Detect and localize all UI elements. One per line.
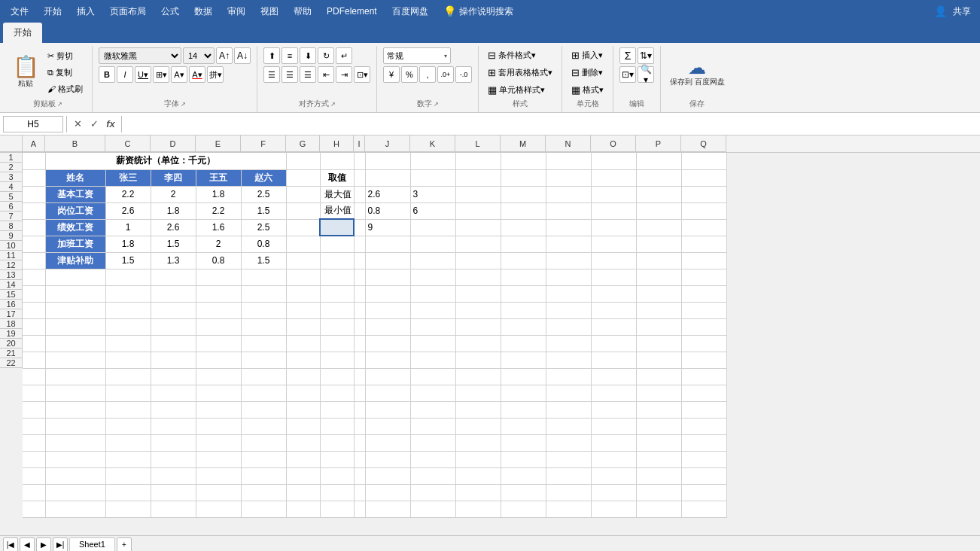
cell-o4[interactable] (591, 202, 636, 219)
bold-button[interactable]: B (99, 66, 115, 83)
row-num-3[interactable]: 3 (0, 172, 23, 182)
cell-g2[interactable] (286, 169, 320, 186)
increase-indent-button[interactable]: ⇥ (336, 66, 352, 83)
cell-q6[interactable] (681, 236, 726, 252)
cell-l2[interactable] (455, 169, 501, 186)
paste-button[interactable]: 📋 粘贴 (9, 55, 42, 90)
row-num-1[interactable]: 1 (0, 153, 23, 163)
delete-cells-button[interactable]: ⊟ 删除▾ (568, 65, 606, 80)
cell-k5[interactable] (410, 219, 455, 236)
cell-k4[interactable]: 6 (410, 202, 455, 219)
find-replace-button[interactable]: 🔍▾ (638, 66, 654, 83)
cell-l6[interactable] (455, 236, 501, 252)
cell-g3[interactable] (286, 186, 320, 202)
menu-formula[interactable]: 公式 (154, 2, 187, 21)
format-painter-button[interactable]: 🖌格式刷 (44, 81, 86, 96)
percent-button[interactable]: % (401, 66, 418, 83)
sum-button[interactable]: Σ (619, 47, 636, 64)
cell-l7[interactable] (455, 252, 501, 269)
number-expand-icon[interactable]: ↗ (434, 101, 439, 108)
cell-i6[interactable] (354, 236, 365, 252)
cell-g6[interactable] (286, 236, 320, 252)
align-top-button[interactable]: ⬆ (263, 47, 280, 64)
cell-c2[interactable]: 张三 (105, 169, 151, 186)
cell-d3[interactable]: 2 (151, 186, 196, 202)
cell-f7[interactable]: 1.5 (241, 252, 286, 269)
cell-i4[interactable] (354, 202, 365, 219)
font-expand-icon[interactable]: ↗ (181, 101, 186, 108)
align-center-button[interactable]: ☰ (282, 66, 298, 83)
merge-center-button[interactable]: ⊡▾ (354, 66, 370, 83)
cell-j4[interactable]: 0.8 (365, 202, 410, 219)
table-format-button[interactable]: ⊞ 套用表格格式▾ (485, 65, 555, 80)
cell-o5[interactable] (591, 219, 636, 236)
cell-h5[interactable] (320, 219, 354, 236)
menu-view[interactable]: 视图 (253, 2, 286, 21)
col-header-q[interactable]: Q (681, 135, 726, 152)
sheet-nav-first[interactable]: |◀ (3, 537, 18, 552)
cell-i5[interactable] (354, 219, 365, 236)
row-num-11[interactable]: 11 (0, 251, 23, 260)
fill-button[interactable]: ⊡▾ (619, 66, 636, 83)
cell-m3[interactable] (501, 186, 546, 202)
cell-q4[interactable] (681, 202, 726, 219)
cell-a5[interactable] (23, 219, 45, 236)
cell-c7[interactable]: 1.5 (105, 252, 151, 269)
cell-q2[interactable] (681, 169, 726, 186)
font-size-select[interactable]: 14 (183, 47, 215, 64)
cell-n6[interactable] (546, 236, 591, 252)
cell-n2[interactable] (546, 169, 591, 186)
cell-c6[interactable]: 1.8 (105, 236, 151, 252)
col-header-f[interactable]: F (241, 135, 286, 152)
col-header-a[interactable]: A (23, 135, 45, 152)
col-header-k[interactable]: K (410, 135, 455, 152)
cell-p2[interactable] (636, 169, 681, 186)
cell-e7[interactable]: 0.8 (196, 252, 241, 269)
row-num-16[interactable]: 16 (0, 300, 23, 309)
col-header-h[interactable]: H (320, 135, 354, 152)
alignment-expand-icon[interactable]: ↗ (330, 101, 336, 108)
cell-l5[interactable] (455, 219, 501, 236)
row-num-10[interactable]: 10 (0, 241, 23, 251)
row-num-15[interactable]: 15 (0, 290, 23, 300)
format-extra-button[interactable]: 拼▾ (207, 66, 224, 83)
cell-d6[interactable]: 1.5 (151, 236, 196, 252)
cut-button[interactable]: ✂剪切 (44, 48, 86, 63)
add-sheet-button[interactable]: + (117, 537, 132, 552)
row-num-17[interactable]: 17 (0, 309, 23, 319)
italic-button[interactable]: I (117, 66, 133, 83)
col-header-c[interactable]: C (105, 135, 151, 152)
row-num-19[interactable]: 19 (0, 329, 23, 339)
menu-help[interactable]: 帮助 (286, 2, 319, 21)
cell-f5[interactable]: 2.5 (241, 219, 286, 236)
cell-q3[interactable] (681, 186, 726, 202)
number-format-select[interactable]: 常规 ▾ (383, 47, 451, 64)
cell-c5[interactable]: 1 (105, 219, 151, 236)
col-header-j[interactable]: J (365, 135, 410, 152)
menu-data[interactable]: 数据 (187, 2, 220, 21)
row-num-4[interactable]: 4 (0, 182, 23, 192)
cell-reference-input[interactable] (3, 116, 63, 132)
cell-k6[interactable] (410, 236, 455, 252)
formula-cancel-button[interactable]: ✕ (70, 117, 85, 132)
cell-o6[interactable] (591, 236, 636, 252)
col-header-i[interactable]: I (354, 135, 365, 152)
cell-j1[interactable] (365, 153, 410, 169)
cell-m5[interactable] (501, 219, 546, 236)
col-header-m[interactable]: M (501, 135, 546, 152)
cell-d2[interactable]: 李四 (151, 169, 196, 186)
cell-e4[interactable]: 2.2 (196, 202, 241, 219)
cell-m2[interactable] (501, 169, 546, 186)
cell-c4[interactable]: 2.6 (105, 202, 151, 219)
cell-styles-button[interactable]: ▦ 单元格样式▾ (485, 82, 548, 97)
cell-a3[interactable] (23, 186, 45, 202)
menu-home[interactable]: 开始 (36, 2, 69, 21)
cell-e2[interactable]: 王五 (196, 169, 241, 186)
cell-m7[interactable] (501, 252, 546, 269)
sort-button[interactable]: ⇅▾ (638, 47, 654, 64)
copy-button[interactable]: ⧉复制 (44, 65, 86, 80)
cell-o7[interactable] (591, 252, 636, 269)
row-num-7[interactable]: 7 (0, 212, 23, 221)
col-header-l[interactable]: L (455, 135, 501, 152)
cell-c3[interactable]: 2.2 (105, 186, 151, 202)
